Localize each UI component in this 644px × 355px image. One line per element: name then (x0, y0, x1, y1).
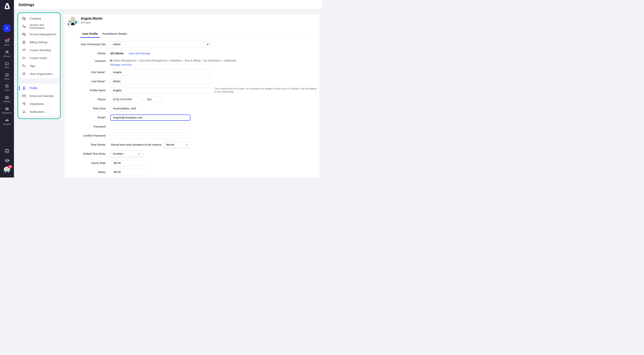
time-entries-rounding-value: Minute (166, 143, 174, 146)
change-photo-button[interactable] (66, 22, 71, 26)
user-avatar[interactable]: 29 (4, 167, 10, 173)
account-icon (22, 32, 26, 37)
settings-nav-item-label: Tags (30, 65, 36, 68)
files-icon (5, 61, 9, 66)
last-name-row: Last Name* (68, 78, 320, 84)
profile-name-label: Profile Name (68, 89, 106, 92)
page-title: Settings (18, 3, 34, 7)
first-name-row: First Name* (68, 69, 320, 75)
salary-input[interactable] (111, 169, 144, 175)
settings-nav-item-billing-settings[interactable]: Billing Settings (19, 38, 59, 46)
profile-name-row: Profile Name This could be your first na… (68, 87, 320, 94)
email-row: Email* (68, 115, 320, 121)
email-label: Email* (68, 116, 106, 119)
sidebar-item-templates[interactable]: Templates (0, 107, 14, 118)
settings-nav-item-label: Notifications (30, 110, 44, 113)
confirm-password-input[interactable] (110, 133, 190, 139)
profile-name-helper: This could be your first name, or a nick… (214, 87, 317, 94)
integrations-icon (22, 102, 26, 106)
profile-name: Angela Martin (81, 17, 102, 21)
branding-icon (22, 48, 26, 52)
phone-ext-input[interactable] (152, 96, 163, 103)
settings-nav-item-email-and-calendar[interactable]: Email and Calendar (19, 92, 59, 100)
last-name-input[interactable] (110, 78, 211, 84)
salary-row: Salary (68, 169, 320, 175)
time-icon (5, 84, 9, 89)
app-sidebar: + InboxClientsFilesWorkTimeBillingTempla… (0, 0, 14, 178)
inbox-icon (5, 39, 9, 43)
calendar-icon[interactable]: 31 (4, 148, 10, 153)
salary-label: Salary (68, 171, 106, 174)
sidebar-item-files[interactable]: Files (0, 61, 14, 73)
content-area: CompanyAccess and PermissionsAccount Man… (14, 10, 322, 178)
email-input[interactable] (110, 115, 190, 121)
access-icon (22, 24, 26, 29)
sidebar-item-label: Files (4, 66, 10, 69)
time-entries-text: Round time entry durations to the neares… (111, 143, 162, 146)
clients-value: All Clients (110, 52, 124, 55)
settings-nav-item-label: Profile (30, 87, 37, 90)
settings-nav-item-team-organization[interactable]: Team Organization (19, 70, 59, 78)
phone-row: Phone Ext. (68, 96, 320, 103)
time-entries-rounding-select[interactable]: Minute (164, 142, 190, 148)
time-zone-label: Time Zone (68, 107, 106, 110)
settings-nav-item-custom-fields[interactable]: Custom Fields (19, 54, 59, 62)
time-entries-row: Time Entries Round time entry durations … (68, 142, 320, 148)
default-time-entry-value: Duration (113, 152, 123, 155)
time-zone-input[interactable] (110, 105, 143, 112)
sidebar-item-time[interactable]: Time (0, 84, 14, 95)
sidebar-nav: InboxClientsFilesWorkTimeBillingTemplate… (0, 39, 14, 129)
sidebar-item-label: Billing (4, 100, 10, 103)
hourly-rate-input[interactable] (111, 160, 144, 166)
education-icon[interactable] (4, 158, 10, 163)
settings-nav-group-company: CompanyAccess and PermissionsAccount Man… (19, 14, 59, 79)
sidebar-bottom: 31 29 (0, 148, 14, 178)
tags-icon (22, 64, 26, 68)
settings-nav-item-custom-branding[interactable]: Custom Branding (19, 46, 59, 54)
time-zone-row: Time Zone (68, 105, 320, 112)
settings-nav-item-label: Access and Permissions (30, 23, 59, 30)
global-create-button[interactable]: + (4, 25, 10, 32)
settings-nav-item-company[interactable]: Company (19, 15, 59, 23)
notification-count-badge: 29 (8, 165, 12, 168)
manage-licenses-link[interactable]: Manage Licenses (110, 63, 236, 66)
templates-icon (5, 107, 9, 111)
settings-nav-panel: CompanyAccess and PermissionsAccount Man… (17, 12, 61, 119)
insights-icon (5, 118, 9, 122)
settings-nav-item-label: Team Organization (30, 73, 52, 76)
settings-nav-item-account-management[interactable]: Account Management (19, 30, 59, 38)
settings-nav-group-personal: ProfileEmail and CalendarIntegrationsNot… (19, 83, 59, 117)
tab-practitioner-details[interactable]: Practitioner Details (100, 30, 129, 38)
billing-settings-icon (22, 40, 26, 44)
time-entries-label: Time Entries (68, 143, 106, 146)
sidebar-item-insights[interactable]: Insights (0, 118, 14, 129)
sidebar-item-label: Insights (3, 123, 11, 125)
sidebar-item-work[interactable]: Work (0, 73, 14, 84)
clients-label: Clients (68, 52, 106, 55)
default-time-entry-select[interactable]: Duration (110, 151, 143, 157)
last-name-label: Last Name* (68, 80, 106, 83)
sidebar-item-clients[interactable]: Clients (0, 50, 14, 61)
password-input[interactable] (110, 124, 190, 130)
tab-user-profile[interactable]: User Profile (80, 30, 100, 38)
canopy-logo[interactable] (4, 3, 10, 11)
settings-nav-item-tags[interactable]: Tags (19, 62, 59, 70)
billing-icon (5, 95, 9, 100)
sidebar-item-billing[interactable]: Billing (0, 95, 14, 107)
settings-nav-item-integrations[interactable]: Integrations (19, 100, 59, 108)
profile-name-input[interactable] (110, 87, 211, 93)
user-permission-set-value: Admin (113, 43, 121, 46)
company-icon (22, 17, 26, 21)
view-and-manage-link[interactable]: View and Manage (128, 52, 150, 55)
profile-handle: @Angela (81, 21, 102, 24)
first-name-input[interactable] (110, 69, 211, 75)
phone-input[interactable] (110, 96, 143, 103)
user-permission-set-select[interactable]: Admin (110, 41, 211, 47)
licenses-label: Licenses (68, 59, 106, 63)
settings-nav-item-profile[interactable]: Profile (19, 84, 59, 92)
settings-nav-item-notifications[interactable]: Notifications (19, 108, 59, 116)
settings-nav-item-access-and-permissions[interactable]: Access and Permissions (19, 23, 59, 30)
work-icon (5, 73, 9, 77)
hourly-rate-label: Hourly Rate (68, 161, 106, 164)
sidebar-item-inbox[interactable]: Inbox (0, 39, 14, 50)
